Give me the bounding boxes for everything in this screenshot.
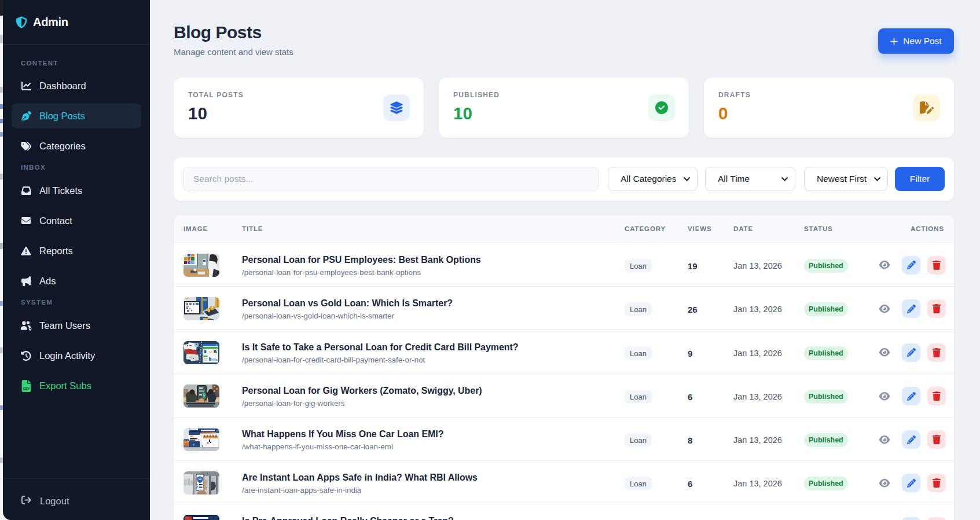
svg-text:CSV: CSV [23,387,30,390]
